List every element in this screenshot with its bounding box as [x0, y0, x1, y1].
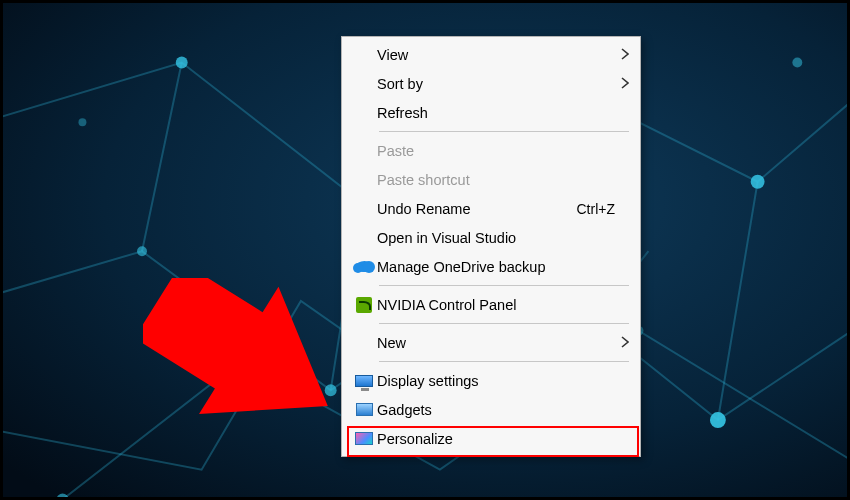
menu-item-label: Paste shortcut	[377, 172, 615, 188]
menu-item-icon-slot	[351, 375, 377, 387]
menu-item-onedrive[interactable]: Manage OneDrive backup	[343, 252, 639, 281]
svg-point-1	[176, 57, 188, 69]
menu-item-sort-by[interactable]: Sort by	[343, 69, 639, 98]
menu-item-label: Open in Visual Studio	[377, 230, 615, 246]
personalize-icon	[355, 432, 373, 445]
svg-point-13	[78, 118, 86, 126]
menu-item-label: New	[377, 335, 615, 351]
menu-item-personalize[interactable]: Personalize	[343, 424, 639, 453]
menu-item-paste: Paste	[343, 136, 639, 165]
svg-point-6	[325, 384, 337, 396]
menu-item-open-vs[interactable]: Open in Visual Studio	[343, 223, 639, 252]
menu-item-label: Undo Rename	[377, 201, 577, 217]
menu-item-nvidia[interactable]: NVIDIA Control Panel	[343, 290, 639, 319]
menu-item-label: Personalize	[377, 431, 615, 447]
menu-item-shortcut: Ctrl+Z	[577, 201, 616, 217]
menu-item-paste-shortcut: Paste shortcut	[343, 165, 639, 194]
menu-item-icon-slot	[351, 261, 377, 272]
menu-separator	[379, 361, 629, 362]
menu-separator	[379, 131, 629, 132]
gadgets-icon	[356, 403, 373, 416]
menu-item-view[interactable]: View	[343, 40, 639, 69]
svg-point-9	[236, 355, 246, 365]
menu-item-label: Sort by	[377, 76, 615, 92]
menu-separator	[379, 323, 629, 324]
menu-item-label: Display settings	[377, 373, 615, 389]
menu-item-icon-slot	[351, 403, 377, 416]
menu-separator	[379, 285, 629, 286]
menu-item-refresh[interactable]: Refresh	[343, 98, 639, 127]
chevron-right-icon	[615, 47, 629, 63]
menu-item-gadgets[interactable]: Gadgets	[343, 395, 639, 424]
svg-point-4	[751, 175, 765, 189]
svg-point-12	[792, 58, 802, 68]
svg-point-8	[710, 412, 726, 428]
menu-item-undo-rename[interactable]: Undo RenameCtrl+Z	[343, 194, 639, 223]
menu-item-new[interactable]: New	[343, 328, 639, 357]
onedrive-cloud-icon	[356, 261, 373, 272]
menu-item-label: Manage OneDrive backup	[377, 259, 615, 275]
desktop-context-menu[interactable]: ViewSort byRefreshPastePaste shortcutUnd…	[341, 36, 641, 457]
menu-item-label: Paste	[377, 143, 615, 159]
chevron-right-icon	[615, 76, 629, 92]
chevron-right-icon	[615, 335, 629, 351]
nvidia-icon	[356, 297, 372, 313]
menu-item-label: View	[377, 47, 615, 63]
menu-item-display-settings[interactable]: Display settings	[343, 366, 639, 395]
menu-item-label: Refresh	[377, 105, 615, 121]
monitor-icon	[355, 375, 373, 387]
menu-item-label: Gadgets	[377, 402, 615, 418]
svg-point-5	[137, 246, 147, 256]
menu-item-label: NVIDIA Control Panel	[377, 297, 615, 313]
menu-item-icon-slot	[351, 297, 377, 313]
menu-item-icon-slot	[351, 432, 377, 445]
